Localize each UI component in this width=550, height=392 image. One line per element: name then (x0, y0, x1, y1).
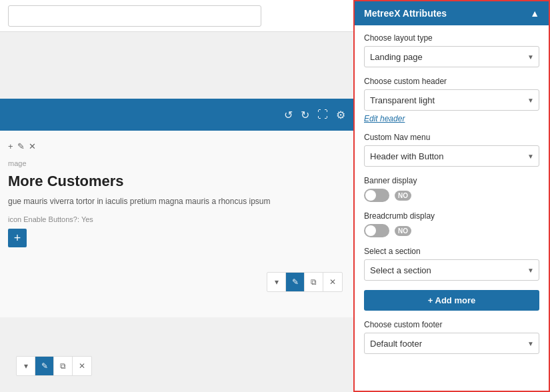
edit-icons-row: + ✎ ✕ (8, 141, 345, 151)
panel-body: Choose layout type Landing page Blog Sho… (355, 25, 549, 362)
right-panel: MetreeX Attributes ▲ Choose layout type … (353, 0, 550, 392)
custom-footer-label: Choose custom footer (364, 320, 539, 329)
layout-type-group: Choose layout type Landing page Blog Sho… (364, 33, 539, 67)
breadcrumb-display-group: Breadcrumb display NO (364, 211, 539, 237)
breadcrumb-toggle-state: NO (395, 226, 411, 236)
panel-title: MetreeX Attributes (364, 8, 447, 19)
custom-footer-group: Choose custom footer Default footer Dark… (364, 320, 539, 354)
breadcrumb-display-label: Breadcrumb display (364, 211, 539, 221)
banner-toggle-state: NO (395, 191, 411, 201)
breadcrumb-toggle[interactable] (364, 224, 389, 237)
mini-toolbar: ▾ ✎ ⧉ ✕ (267, 272, 343, 292)
collapse-icon[interactable]: ▲ (530, 8, 539, 19)
redo-icon[interactable]: ↻ (301, 109, 309, 121)
select-section-select[interactable]: Select a section Hero Section Features S… (364, 259, 539, 281)
custom-footer-select-wrapper: Default footer Dark footer Light footer … (364, 333, 539, 354)
add-section-button[interactable]: + (8, 229, 27, 247)
custom-nav-select[interactable]: Header with Button Default menu Simple m… (364, 145, 539, 167)
custom-nav-group: Custom Nav menu Header with Button Defau… (364, 133, 539, 167)
bottom-edit-btn[interactable]: ✎ (35, 357, 54, 375)
undo-icon[interactable]: ↺ (284, 109, 293, 121)
delete-icon[interactable]: ✕ (29, 141, 36, 151)
edit-header-link[interactable]: Edit header (364, 114, 539, 123)
bottom-mini-toolbar: ▾ ✎ ⧉ ✕ (16, 356, 92, 376)
content-heading: More Customers (8, 173, 345, 190)
fullscreen-icon[interactable]: ⛶ (317, 109, 328, 121)
left-panel: ↺ ↻ ⛶ ⚙ ▾ ✎ ⧉ ✕ + ✎ ✕ mage More Customer… (0, 0, 353, 392)
mini-toolbar-dropdown[interactable]: ▾ (267, 273, 286, 291)
content-label: mage (8, 159, 345, 167)
banner-toggle[interactable] (364, 189, 389, 202)
layout-type-label: Choose layout type (364, 33, 539, 43)
panel-header: MetreeX Attributes ▲ (355, 1, 549, 25)
custom-footer-select[interactable]: Default footer Dark footer Light footer (364, 333, 539, 354)
breadcrumb-toggle-knob (365, 225, 376, 236)
bottom-dropdown-btn[interactable]: ▾ (17, 357, 35, 375)
bottom-close-btn[interactable]: ✕ (73, 357, 91, 375)
layout-type-select-wrapper: Landing page Blog Shop ▼ (364, 46, 539, 67)
layout-type-select[interactable]: Landing page Blog Shop (364, 46, 539, 67)
top-bar (0, 0, 353, 32)
banner-toggle-knob (365, 190, 376, 201)
custom-nav-label: Custom Nav menu (364, 133, 539, 142)
content-text: gue mauris viverra tortor in iaculis pre… (8, 195, 345, 207)
blue-toolbar: ↺ ↻ ⛶ ⚙ (0, 99, 353, 131)
edit-icon[interactable]: ✎ (17, 141, 25, 151)
custom-header-group: Choose custom header Transparent light D… (364, 77, 539, 123)
custom-header-select-wrapper: Transparent light Default header Dark he… (364, 89, 539, 111)
content-meta: icon Enable Buttons?: Yes (8, 215, 345, 223)
banner-toggle-container: NO (364, 189, 539, 202)
custom-header-label: Choose custom header (364, 77, 539, 86)
mini-toolbar-copy[interactable]: ⧉ (305, 273, 323, 291)
add-icon[interactable]: + (8, 141, 13, 151)
select-section-wrapper: Select a section Hero Section Features S… (364, 259, 539, 281)
select-section-group: Select a section Select a section Hero S… (364, 247, 539, 281)
select-section-label: Select a section (364, 247, 539, 256)
add-more-button[interactable]: + Add more (364, 290, 539, 311)
mini-toolbar-edit[interactable]: ✎ (286, 273, 305, 291)
settings-icon[interactable]: ⚙ (336, 109, 345, 121)
banner-display-label: Banner display (364, 176, 539, 185)
custom-header-select[interactable]: Transparent light Default header Dark he… (364, 89, 539, 111)
bottom-copy-btn[interactable]: ⧉ (54, 357, 73, 375)
breadcrumb-toggle-container: NO (364, 224, 539, 237)
mini-toolbar-close[interactable]: ✕ (323, 273, 342, 291)
custom-nav-select-wrapper: Header with Button Default menu Simple m… (364, 145, 539, 167)
banner-display-group: Banner display NO (364, 176, 539, 202)
search-input[interactable] (8, 5, 261, 27)
